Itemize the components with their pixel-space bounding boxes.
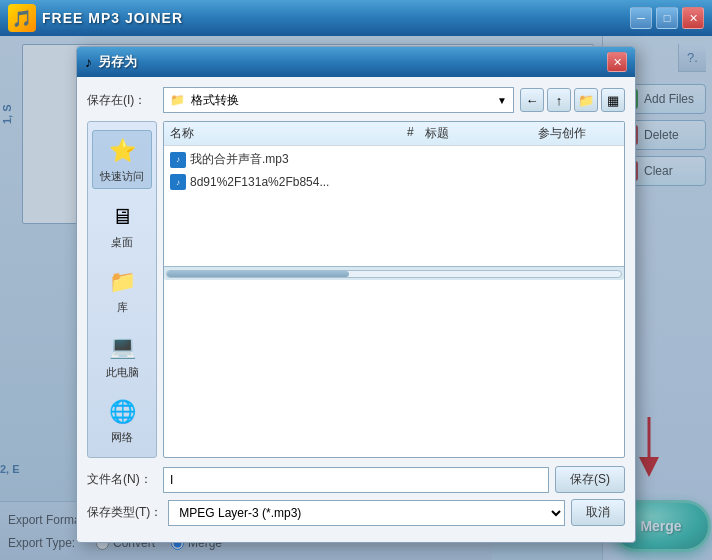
library-icon: 📁 (106, 266, 138, 298)
file-row[interactable]: ♪ 8d91%2F131a%2Fb854... (166, 171, 622, 193)
file-row[interactable]: ♪ 我的合并声音.mp3 (166, 148, 622, 171)
file-list-header: 名称 # 标题 参与创作 (164, 122, 624, 146)
dialog-overlay: ♪ 另存为 ✕ 保存在(I)： 📁 格式转换 ▼ ← ↑ (0, 36, 712, 560)
app-icon: 🎵 (8, 4, 36, 32)
save-button[interactable]: 保存(S) (555, 466, 625, 493)
desktop-icon: 🖥 (106, 201, 138, 233)
back-button[interactable]: ← (520, 88, 544, 112)
col-author-header: 参与创作 (538, 125, 618, 142)
dialog-toolbar: ← ↑ 📁 ▦ (520, 88, 625, 112)
col-title-header: 标题 (425, 125, 538, 142)
scrollbar-thumb (167, 271, 349, 277)
filetype-label: 保存类型(T)： (87, 504, 162, 521)
app-title: FREE MP3 JOINER (42, 10, 630, 26)
file-list-panel: 名称 # 标题 参与创作 ♪ 我的合并声音.mp3 ♪ (163, 121, 625, 458)
save-location-select[interactable]: 📁 格式转换 ▼ (163, 87, 514, 113)
folder-icon: 📁 (170, 93, 185, 107)
filetype-select[interactable]: MPEG Layer-3 (*.mp3) (168, 500, 565, 526)
network-icon: 🌐 (106, 396, 138, 428)
file-name-1: 我的合并声音.mp3 (190, 151, 618, 168)
dialog-close-button[interactable]: ✕ (607, 52, 627, 72)
this-pc-label: 此电脑 (106, 365, 139, 380)
quick-access-label: 快速访问 (100, 169, 144, 184)
dialog-title-bar: ♪ 另存为 ✕ (77, 47, 635, 77)
up-button[interactable]: ↑ (547, 88, 571, 112)
mp3-icon: ♪ (170, 152, 186, 168)
mp3-icon-2: ♪ (170, 174, 186, 190)
sidebar-this-pc[interactable]: 💻 此电脑 (92, 327, 152, 384)
library-label: 库 (117, 300, 128, 315)
save-location-label: 保存在(I)： (87, 92, 157, 109)
dialog-sidebar: ⭐ 快速访问 🖥 桌面 📁 库 💻 此电脑 (87, 121, 157, 458)
save-location-row: 保存在(I)： 📁 格式转换 ▼ ← ↑ 📁 ▦ (87, 87, 625, 113)
filename-input[interactable] (163, 467, 549, 493)
cancel-button[interactable]: 取消 (571, 499, 625, 526)
view-button[interactable]: ▦ (601, 88, 625, 112)
new-folder-button[interactable]: 📁 (574, 88, 598, 112)
save-dialog: ♪ 另存为 ✕ 保存在(I)： 📁 格式转换 ▼ ← ↑ (76, 46, 636, 543)
file-browser-pane: ⭐ 快速访问 🖥 桌面 📁 库 💻 此电脑 (87, 121, 625, 458)
this-pc-icon: 💻 (106, 331, 138, 363)
maximize-button[interactable]: □ (656, 7, 678, 29)
sidebar-network[interactable]: 🌐 网络 (92, 392, 152, 449)
app-window: 🎵 FREE MP3 JOINER ─ □ ✕ 1, S 2, E Export… (0, 0, 712, 560)
quick-access-icon: ⭐ (106, 135, 138, 167)
col-num-header: # (395, 125, 425, 142)
file-list-body: ♪ 我的合并声音.mp3 ♪ 8d91%2F131a%2Fb854... (164, 146, 624, 266)
dropdown-icon: ▼ (497, 95, 507, 106)
file-name-2: 8d91%2F131a%2Fb854... (190, 175, 618, 189)
title-bar: 🎵 FREE MP3 JOINER ─ □ ✕ (0, 0, 712, 36)
sidebar-desktop[interactable]: 🖥 桌面 (92, 197, 152, 254)
horizontal-scrollbar[interactable] (164, 266, 624, 280)
dialog-title: 另存为 (98, 53, 607, 71)
desktop-label: 桌面 (111, 235, 133, 250)
window-controls: ─ □ ✕ (630, 7, 704, 29)
col-name-header: 名称 (170, 125, 395, 142)
save-location-value: 格式转换 (191, 92, 239, 109)
filename-label: 文件名(N)： (87, 471, 157, 488)
dialog-title-icon: ♪ (85, 54, 92, 70)
filename-row: 文件名(N)： 保存(S) (87, 466, 625, 493)
filetype-row: 保存类型(T)： MPEG Layer-3 (*.mp3) 取消 (87, 499, 625, 526)
minimize-button[interactable]: ─ (630, 7, 652, 29)
sidebar-quick-access[interactable]: ⭐ 快速访问 (92, 130, 152, 189)
network-label: 网络 (111, 430, 133, 445)
dialog-body: 保存在(I)： 📁 格式转换 ▼ ← ↑ 📁 ▦ (77, 77, 635, 542)
sidebar-library[interactable]: 📁 库 (92, 262, 152, 319)
scrollbar-track (166, 270, 622, 278)
close-button[interactable]: ✕ (682, 7, 704, 29)
